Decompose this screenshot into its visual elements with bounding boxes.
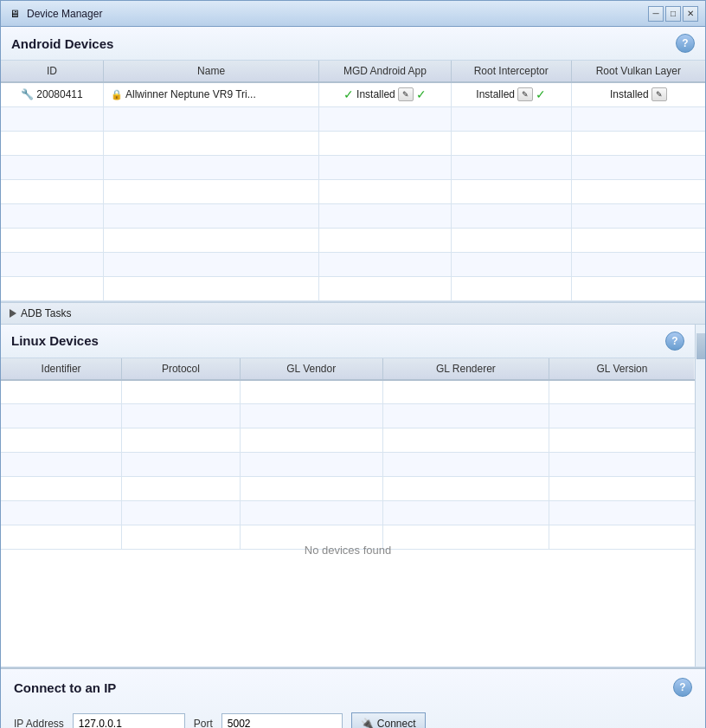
main-window: 🖥 Device Manager ─ □ ✕ Android Devices ?…	[0, 0, 706, 728]
table-row	[1, 252, 705, 276]
root-interceptor-edit-icon[interactable]: ✎	[517, 87, 533, 101]
linux-col-identifier: Identifier	[1, 358, 122, 380]
linux-table-container: Identifier Protocol GL Vendor GL Rendere…	[1, 358, 695, 667]
linux-col-gl-vendor: GL Vendor	[240, 358, 382, 380]
linux-section-title: Linux Devices	[11, 333, 99, 348]
table-row	[1, 404, 695, 428]
mgd-check-icon: ✓	[343, 87, 354, 101]
title-bar: 🖥 Device Manager ─ □ ✕	[1, 1, 705, 27]
col-name: Name	[104, 61, 319, 82]
linux-table-header: Identifier Protocol GL Vendor GL Rendere…	[1, 358, 695, 380]
mgd-check2-icon: ✓	[416, 87, 427, 101]
android-table: ID Name MGD Android App Root Interceptor…	[1, 61, 705, 301]
table-row	[1, 453, 695, 477]
title-controls: ─ □ ✕	[648, 6, 698, 22]
table-row	[1, 203, 705, 228]
root-interceptor-cell: Installed ✎ ✓	[459, 87, 564, 101]
table-row	[1, 155, 705, 179]
connect-label: Connect	[377, 718, 416, 728]
ip-address-input[interactable]	[73, 713, 185, 728]
mgd-edit-icon[interactable]: ✎	[398, 87, 414, 101]
table-row	[1, 380, 695, 404]
device-root-interceptor: Installed ✎ ✓	[451, 82, 571, 106]
android-table-body: 🔧 20080411 🔒 Allwinner Neptune VR9 Tri..…	[1, 82, 705, 300]
table-row	[1, 131, 705, 155]
device-id: 🔧 20080411	[1, 82, 104, 106]
table-row	[1, 179, 705, 203]
device-id-cell: 🔧 20080411	[8, 88, 96, 100]
mgd-cell: ✓ Installed ✎ ✓	[326, 87, 443, 101]
adb-expand-icon	[10, 309, 16, 318]
port-input[interactable]	[221, 713, 343, 728]
adb-tasks-row[interactable]: ADB Tasks	[1, 302, 705, 325]
device-mgd: ✓ Installed ✎ ✓	[319, 82, 451, 106]
android-info-button[interactable]: ?	[676, 34, 695, 53]
window-icon: 🖥	[8, 7, 22, 21]
android-section-header: Android Devices ?	[1, 27, 705, 61]
linux-section: Linux Devices ? Identifier Protocol GL V…	[1, 325, 705, 668]
root-vulkan-edit-icon[interactable]: ✎	[651, 87, 667, 101]
adb-tasks-label: ADB Tasks	[21, 307, 71, 319]
connect-info-button[interactable]: ?	[673, 678, 692, 697]
linux-scrollbar[interactable]	[695, 325, 705, 667]
lock-icon: 🔒	[111, 89, 123, 100]
root-interceptor-check-icon: ✓	[536, 87, 546, 101]
title-bar-left: 🖥 Device Manager	[8, 7, 102, 21]
table-row	[1, 106, 705, 131]
col-mgd: MGD Android App	[319, 61, 451, 82]
linux-section-content: Linux Devices ? Identifier Protocol GL V…	[1, 325, 695, 667]
device-name-cell: 🔒 Allwinner Neptune VR9 Tri...	[111, 88, 311, 100]
connect-form: IP Address Port 🔌 Connect	[14, 705, 692, 728]
window-title: Device Manager	[27, 8, 102, 20]
root-vulkan-cell: Installed ✎	[579, 87, 698, 101]
no-devices-text: No devices found	[1, 492, 695, 609]
android-section-title: Android Devices	[11, 36, 113, 51]
device-root-vulkan: Installed ✎	[571, 82, 705, 106]
table-row	[1, 276, 705, 300]
port-label: Port	[194, 718, 213, 728]
col-root-vulkan: Root Vulkan Layer	[571, 61, 705, 82]
table-row: 🔧 20080411 🔒 Allwinner Neptune VR9 Tri..…	[1, 82, 705, 106]
linux-info-button[interactable]: ?	[665, 332, 684, 351]
close-button[interactable]: ✕	[683, 6, 698, 22]
connect-section-title: Connect to an IP ?	[14, 678, 692, 697]
linux-col-protocol: Protocol	[122, 358, 240, 380]
minimize-button[interactable]: ─	[648, 6, 664, 22]
col-id: ID	[1, 61, 104, 82]
table-row	[1, 428, 695, 453]
android-table-wrapper: ID Name MGD Android App Root Interceptor…	[1, 61, 705, 301]
linux-scrollbar-thumb	[696, 333, 705, 359]
table-row	[1, 228, 705, 252]
device-icon: 🔧	[21, 88, 34, 100]
col-root-interceptor: Root Interceptor	[451, 61, 571, 82]
maximize-button[interactable]: □	[665, 6, 681, 22]
connect-icon: 🔌	[361, 718, 374, 728]
connect-button[interactable]: 🔌 Connect	[351, 712, 426, 728]
android-section: Android Devices ? ID Name MGD Android Ap…	[1, 27, 705, 302]
ip-address-label: IP Address	[14, 718, 64, 728]
connect-section: Connect to an IP ? IP Address Port 🔌 Con…	[1, 667, 705, 728]
linux-section-header: Linux Devices ?	[1, 325, 695, 358]
device-name: 🔒 Allwinner Neptune VR9 Tri...	[104, 82, 319, 106]
linux-col-gl-renderer: GL Renderer	[382, 358, 549, 380]
main-content: Android Devices ? ID Name MGD Android Ap…	[1, 27, 705, 728]
android-table-header: ID Name MGD Android App Root Interceptor…	[1, 61, 705, 82]
linux-col-gl-version: GL Version	[549, 358, 695, 380]
